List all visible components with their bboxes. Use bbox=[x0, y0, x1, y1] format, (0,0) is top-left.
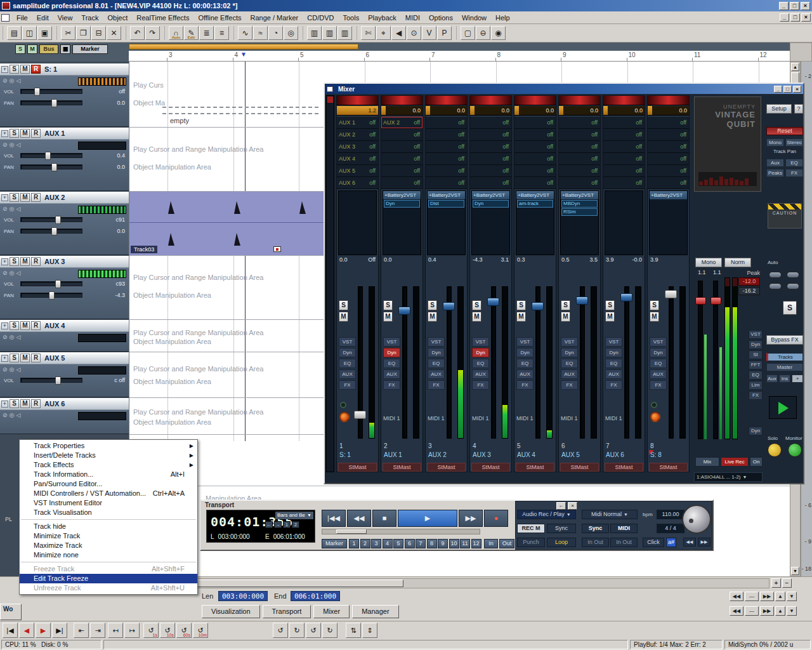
aux-send-4[interactable]: off bbox=[426, 153, 467, 165]
monitor-icon[interactable]: ◎ bbox=[10, 411, 15, 419]
aux-send-3[interactable]: off bbox=[603, 141, 645, 153]
master-insert-fft-button[interactable]: FFT bbox=[749, 361, 763, 369]
plugin-slot[interactable]: +Battery2VSTDist bbox=[427, 190, 466, 255]
undo-icon[interactable]: ↶ bbox=[130, 26, 145, 40]
cut-icon[interactable]: ✂ bbox=[61, 26, 75, 40]
gain-row[interactable]: 0.0 bbox=[559, 106, 600, 116]
channel-solo-button[interactable]: S bbox=[605, 300, 615, 310]
track-expand-button[interactable]: + bbox=[1, 258, 8, 265]
master-plugin-display[interactable]: UNEMPTY VINTAGE QUBIT bbox=[694, 96, 761, 192]
tab-visualization[interactable]: Visualization bbox=[202, 605, 260, 618]
menu-options[interactable]: Options bbox=[424, 13, 457, 23]
track-record-button[interactable]: R bbox=[31, 65, 41, 74]
jump-60s-button[interactable]: ↺60s bbox=[176, 623, 192, 638]
insert-dyn-button[interactable]: Dyn bbox=[428, 348, 445, 357]
insert-fx-button[interactable]: FX bbox=[383, 380, 400, 390]
fader-cap[interactable] bbox=[354, 411, 366, 419]
plugin-item-dyn[interactable]: Dyn bbox=[384, 200, 420, 208]
insert-eq-button[interactable]: EQ bbox=[605, 359, 622, 368]
lock-icon[interactable]: ⊘ bbox=[3, 141, 8, 149]
insert-vst-button[interactable]: VST bbox=[428, 337, 445, 347]
auto-label[interactable]: Auto bbox=[768, 260, 778, 265]
insert-eq-button[interactable]: EQ bbox=[561, 359, 578, 368]
mixer-help-button[interactable]: ? bbox=[794, 104, 803, 114]
edit-mode-icon[interactable]: ✎Edit bbox=[184, 26, 199, 40]
pan-knob[interactable] bbox=[443, 266, 450, 273]
track-header-aux-2[interactable]: +SMRAUX 2⊘◎◁VOLc91PAN0.0 bbox=[0, 192, 129, 255]
track-mute-button[interactable]: M bbox=[20, 65, 30, 74]
track-record-button[interactable]: R bbox=[31, 193, 41, 202]
scroll-up-icon[interactable]: ▲ bbox=[791, 63, 799, 71]
track-mute-button[interactable]: M bbox=[20, 321, 30, 330]
plugin-item-am-track[interactable]: am-track bbox=[517, 200, 553, 208]
aux-send-6[interactable]: off bbox=[648, 177, 689, 189]
marker-11[interactable]: 11 bbox=[460, 539, 470, 548]
horizontal-scrollbar[interactable] bbox=[129, 578, 769, 588]
range-recall-icon[interactable]: ▥ bbox=[322, 26, 337, 40]
track-header-aux-1[interactable]: +SMRAUX 1⊘◎◁VOL0.4PAN0.0 bbox=[0, 128, 129, 191]
aux-send-2[interactable]: off bbox=[559, 129, 600, 141]
track-mute-button[interactable]: M bbox=[20, 399, 30, 408]
jump-10m-button[interactable]: ↺10m bbox=[193, 623, 208, 638]
mono-view-button[interactable]: Mono bbox=[766, 138, 784, 147]
loop-button[interactable]: Loop bbox=[547, 538, 576, 547]
channel-solo-button[interactable]: S bbox=[428, 300, 437, 310]
goto-start-button[interactable]: |◀ bbox=[3, 623, 18, 638]
track-header-aux-5[interactable]: +SMRAUX 5⊘◎◁VOLc off bbox=[0, 352, 129, 397]
track-record-button[interactable]: R bbox=[31, 399, 41, 408]
aux-send-6[interactable]: off bbox=[470, 177, 511, 189]
insert-aux-button[interactable]: AUX bbox=[339, 369, 356, 379]
plugin-item-rsim[interactable]: RSim bbox=[561, 208, 598, 216]
aux-send-1[interactable]: off bbox=[603, 117, 645, 129]
monitor-icon[interactable]: ◎ bbox=[10, 366, 15, 373]
object-list-icon[interactable]: ≣ bbox=[199, 26, 214, 40]
mixer-minimize-button[interactable]: _ bbox=[774, 86, 782, 93]
fader-cap[interactable] bbox=[620, 293, 632, 302]
speaker-icon[interactable]: ◀ bbox=[391, 26, 406, 40]
track-expand-button[interactable]: + bbox=[1, 355, 8, 362]
track-header-s-1[interactable]: +SMRS: 1⊘◎◁VOLoffPAN0.0 bbox=[0, 63, 129, 127]
nav-button[interactable]: ▶▶ bbox=[760, 592, 774, 601]
aux-send-5[interactable]: off bbox=[514, 165, 556, 177]
menu-track[interactable]: Track bbox=[77, 13, 103, 23]
metronome-accent-icon[interactable]: a# bbox=[666, 538, 676, 547]
volume-slider[interactable] bbox=[20, 378, 82, 383]
aux-send-1[interactable]: off bbox=[514, 117, 556, 129]
selection-range-bar[interactable] bbox=[129, 44, 358, 50]
pan-knob[interactable] bbox=[399, 266, 406, 273]
volume-curve-icon[interactable]: V bbox=[422, 26, 436, 40]
bypass-fx-button[interactable]: Bypass FX bbox=[766, 335, 803, 345]
aux-send-5[interactable]: off bbox=[559, 165, 600, 177]
len-value[interactable]: 003:00:000 bbox=[218, 591, 268, 601]
transport-collapse-button[interactable]: ← bbox=[556, 502, 566, 510]
track-mute-button[interactable]: M bbox=[20, 354, 30, 362]
auto-crossfade-icon[interactable]: ∩Auto bbox=[169, 26, 183, 40]
monitor-icon[interactable]: ▢ bbox=[461, 26, 475, 40]
pan-slider[interactable] bbox=[20, 293, 82, 298]
monitor-dot-icon[interactable] bbox=[651, 402, 657, 408]
plugin-item-dyn[interactable]: Dyn bbox=[473, 200, 509, 208]
insert-vst-button[interactable]: VST bbox=[472, 337, 489, 347]
track-mute-button[interactable]: M bbox=[20, 193, 30, 202]
aux-send-2[interactable]: off bbox=[381, 129, 422, 141]
insert-fx-button[interactable]: FX bbox=[339, 380, 356, 390]
pan-slider[interactable] bbox=[20, 100, 82, 105]
copy-icon[interactable]: ❐ bbox=[76, 26, 91, 40]
aux-send-5[interactable]: off bbox=[648, 165, 689, 177]
audio-object-blip[interactable] bbox=[299, 201, 306, 215]
channel-mute-button[interactable]: M bbox=[428, 312, 437, 322]
jump-1s-button[interactable]: ↺1s bbox=[143, 623, 159, 638]
zoom-in-button[interactable]: + bbox=[771, 578, 781, 588]
plugin-item-mbdyn[interactable]: MBDyn bbox=[561, 200, 598, 208]
insert-aux-button[interactable]: AUX bbox=[561, 369, 578, 379]
aux-send-1[interactable]: off bbox=[426, 117, 467, 129]
menu-range-marker[interactable]: Range / Marker bbox=[246, 13, 303, 23]
menu-midi[interactable]: MIDI bbox=[401, 13, 424, 23]
view-master-button[interactable]: Master bbox=[766, 363, 803, 371]
insert-aux-button[interactable]: AUX bbox=[472, 369, 489, 379]
aux-send-3[interactable]: off bbox=[648, 141, 689, 153]
track-mute-button[interactable]: M bbox=[20, 257, 30, 266]
track-solo-button[interactable]: S bbox=[10, 129, 19, 138]
aux-send-4[interactable]: off bbox=[381, 153, 422, 165]
insert-dyn-button[interactable]: Dyn bbox=[516, 348, 534, 357]
